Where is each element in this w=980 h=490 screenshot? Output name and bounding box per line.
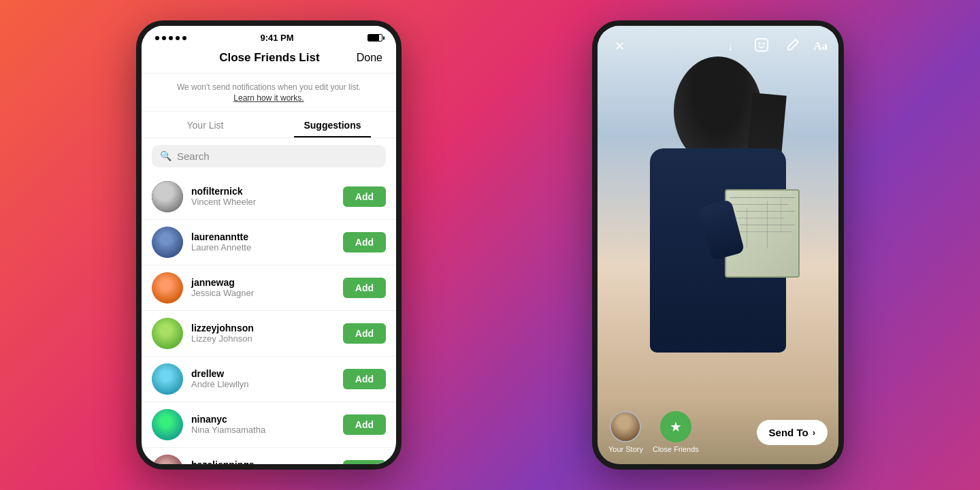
star-icon: ★ [670, 419, 682, 435]
header-title: Close Friends List [219, 51, 319, 65]
add-button[interactable]: Add [343, 460, 386, 464]
search-icon: 🔍 [160, 150, 172, 161]
list-item: lizzeyjohnson Lizzey Johnson Add [142, 311, 396, 357]
close-friends-label: Close Friends [653, 445, 699, 453]
list-item: laurenanntte Lauren Annette Add [142, 220, 396, 265]
text-tool-button[interactable]: Aa [813, 39, 828, 53]
add-button[interactable]: Add [343, 232, 386, 252]
story-options: Your Story ★ Close Friends [608, 411, 699, 453]
add-button[interactable]: Add [343, 369, 386, 389]
user-info: jannewag Jessica Wagner [191, 277, 335, 298]
story-top-bar: ✕ ↓ [598, 26, 838, 64]
list-item: ninanyc Nina Yiamsamatha Add [142, 402, 396, 448]
your-story-label: Your Story [608, 445, 643, 453]
svg-point-1 [759, 42, 761, 44]
user-info: drellew André Llewllyn [191, 368, 335, 389]
story-icons-right: ↓ [719, 35, 828, 57]
signal-dots [155, 36, 186, 40]
send-to-button[interactable]: Send To › [757, 420, 828, 445]
user-info: nofilternick Vincent Wheeler [191, 186, 335, 207]
avatar [152, 318, 183, 349]
pen-button[interactable] [782, 35, 804, 57]
status-time: 9:41 PM [260, 33, 293, 43]
download-icon: ↓ [728, 39, 734, 54]
add-button[interactable]: Add [343, 323, 386, 344]
full-name: André Llewllyn [191, 379, 335, 389]
learn-more-link[interactable]: Learn how it works. [155, 93, 382, 103]
send-to-label: Send To [769, 427, 808, 438]
avatar [152, 363, 183, 395]
full-name: Lizzey Johnson [191, 333, 335, 344]
list-item: drellew André Llewllyn Add [142, 357, 396, 402]
app-header: Close Friends List Done [142, 46, 396, 74]
close-friends-avatar: ★ [660, 411, 691, 442]
avatar [152, 227, 183, 258]
download-button[interactable]: ↓ [719, 35, 741, 57]
avatar [152, 455, 183, 464]
list-item: nofilternick Vincent Wheeler Add [142, 174, 396, 220]
user-info: hazeljennings Hazel Jennings [191, 459, 335, 464]
svg-point-2 [763, 42, 765, 44]
battery-indicator [368, 34, 382, 42]
avatar [152, 409, 183, 440]
full-name: Nina Yiamsamatha [191, 425, 335, 435]
search-bar[interactable]: 🔍 Search [152, 145, 386, 167]
notification-banner: We won't send notifications when you edi… [142, 74, 396, 112]
avatar [152, 272, 183, 304]
sticker-button[interactable] [751, 35, 772, 57]
main-container: 9:41 PM Close Friends List Done We won't… [0, 0, 980, 490]
username: lizzeyjohnson [191, 323, 335, 333]
tabs-row: Your List Suggestions [142, 112, 396, 138]
username: laurenanntte [191, 231, 335, 242]
user-info: laurenanntte Lauren Annette [191, 231, 335, 252]
username: jannewag [191, 277, 335, 288]
tab-your-list[interactable]: Your List [142, 112, 269, 137]
left-phone: 9:41 PM Close Friends List Done We won't… [136, 20, 402, 470]
user-info: lizzeyjohnson Lizzey Johnson [191, 323, 335, 344]
pen-icon [786, 38, 800, 55]
full-name: Vincent Wheeler [191, 197, 335, 207]
your-story-avatar [610, 411, 641, 442]
add-button[interactable]: Add [343, 414, 386, 435]
list-item: jannewag Jessica Wagner Add [142, 265, 396, 311]
close-icon: ✕ [615, 39, 625, 54]
full-name: Jessica Wagner [191, 288, 335, 298]
story-photo [598, 26, 838, 464]
username: hazeljennings [191, 459, 335, 464]
username: drellew [191, 368, 335, 379]
close-friends-option[interactable]: ★ Close Friends [653, 411, 699, 453]
tab-suggestions[interactable]: Suggestions [269, 112, 396, 137]
done-button[interactable]: Done [357, 52, 382, 64]
svg-rect-0 [755, 39, 768, 51]
username: nofilternick [191, 186, 335, 197]
sticker-icon [754, 37, 769, 56]
story-bottom-bar: Your Story ★ Close Friends Send To › [598, 400, 838, 464]
notification-text: We won't send notifications when you edi… [155, 82, 382, 93]
close-button[interactable]: ✕ [608, 35, 630, 57]
full-name: Lauren Annette [191, 242, 335, 252]
search-placeholder: Search [177, 150, 210, 162]
add-button[interactable]: Add [343, 186, 386, 207]
status-bar: 9:41 PM [142, 26, 396, 46]
user-info: ninanyc Nina Yiamsamatha [191, 414, 335, 435]
right-phone: ✕ ↓ [592, 20, 844, 470]
username: ninanyc [191, 414, 335, 425]
avatar [152, 181, 183, 212]
chevron-right-icon: › [813, 427, 815, 438]
user-list: nofilternick Vincent Wheeler Add laurena… [142, 174, 396, 464]
list-item: hazeljennings Hazel Jennings Add [142, 448, 396, 464]
your-story-option[interactable]: Your Story [608, 411, 643, 453]
add-button[interactable]: Add [343, 278, 386, 298]
